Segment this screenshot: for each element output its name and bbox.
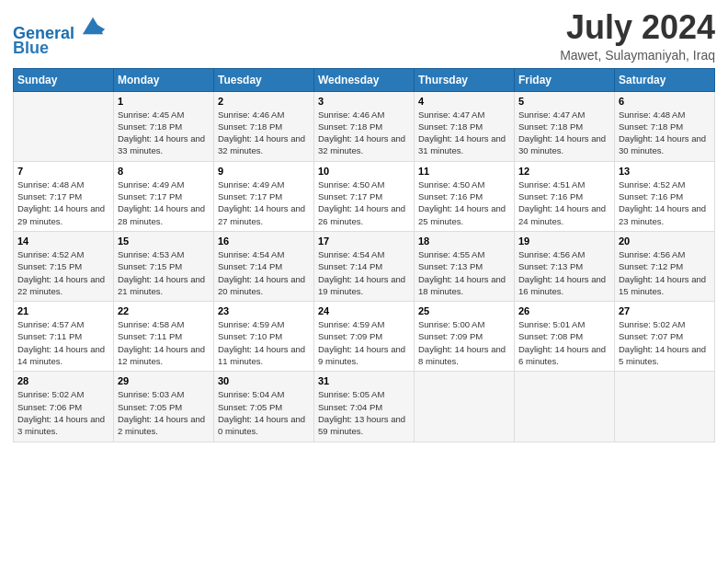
cell-info: Sunrise: 4:46 AMSunset: 7:18 PMDaylight:… [218,109,310,157]
day-number: 1 [118,96,210,107]
day-number: 14 [17,236,109,247]
calendar-week-row: 28Sunrise: 5:02 AMSunset: 7:06 PMDayligh… [14,372,715,442]
column-header-saturday: Saturday [615,68,715,91]
column-header-tuesday: Tuesday [214,68,314,91]
page-container: General Blue July 2024 Mawet, Sulaymaniy… [0,0,728,452]
cell-info: Sunrise: 4:52 AMSunset: 7:16 PMDaylight:… [619,178,711,227]
day-number: 20 [619,236,711,247]
logo-icon [81,13,107,39]
month-year: July 2024 [560,9,715,46]
day-number: 12 [518,166,610,177]
calendar-cell: 30Sunrise: 5:04 AMSunset: 7:05 PMDayligh… [214,372,314,442]
day-number: 15 [118,236,210,247]
calendar-cell: 24Sunrise: 4:59 AMSunset: 7:09 PMDayligh… [314,302,415,372]
calendar-cell: 7Sunrise: 4:48 AMSunset: 7:17 PMDaylight… [14,161,114,231]
day-number: 11 [418,166,510,177]
day-number: 6 [619,96,711,107]
cell-info: Sunrise: 4:47 AMSunset: 7:18 PMDaylight:… [418,109,510,157]
cell-info: Sunrise: 5:02 AMSunset: 7:06 PMDaylight:… [17,388,109,437]
calendar-cell: 19Sunrise: 4:56 AMSunset: 7:13 PMDayligh… [515,231,615,301]
day-number: 31 [318,375,410,386]
calendar-cell: 17Sunrise: 4:54 AMSunset: 7:14 PMDayligh… [314,231,415,301]
day-number: 22 [118,305,210,316]
cell-info: Sunrise: 4:45 AMSunset: 7:18 PMDaylight:… [118,109,210,157]
logo: General Blue [13,13,107,58]
cell-info: Sunrise: 5:01 AMSunset: 7:08 PMDaylight:… [518,318,610,367]
day-number: 4 [418,96,510,107]
cell-info: Sunrise: 4:48 AMSunset: 7:18 PMDaylight:… [619,109,711,157]
cell-info: Sunrise: 5:05 AMSunset: 7:04 PMDaylight:… [318,388,410,437]
cell-info: Sunrise: 4:46 AMSunset: 7:18 PMDaylight:… [318,109,410,157]
cell-info: Sunrise: 4:49 AMSunset: 7:17 PMDaylight:… [118,178,210,227]
calendar-week-row: 1Sunrise: 4:45 AMSunset: 7:18 PMDaylight… [14,91,715,161]
day-number: 7 [17,166,109,177]
page-header: General Blue July 2024 Mawet, Sulaymaniy… [13,9,715,63]
calendar-week-row: 21Sunrise: 4:57 AMSunset: 7:11 PMDayligh… [14,302,715,372]
calendar-cell: 13Sunrise: 4:52 AMSunset: 7:16 PMDayligh… [615,161,715,231]
cell-info: Sunrise: 4:48 AMSunset: 7:17 PMDaylight:… [17,178,109,227]
column-header-friday: Friday [515,68,615,91]
calendar-cell: 6Sunrise: 4:48 AMSunset: 7:18 PMDaylight… [615,91,715,161]
day-number: 2 [218,96,310,107]
calendar-table: SundayMondayTuesdayWednesdayThursdayFrid… [13,68,715,442]
cell-info: Sunrise: 4:58 AMSunset: 7:11 PMDaylight:… [118,318,210,367]
calendar-cell: 8Sunrise: 4:49 AMSunset: 7:17 PMDaylight… [114,161,214,231]
calendar-header-row: SundayMondayTuesdayWednesdayThursdayFrid… [14,68,715,91]
calendar-cell: 28Sunrise: 5:02 AMSunset: 7:06 PMDayligh… [14,372,114,442]
calendar-cell: 31Sunrise: 5:05 AMSunset: 7:04 PMDayligh… [314,372,415,442]
calendar-cell [515,372,615,442]
day-number: 10 [318,166,410,177]
calendar-cell: 23Sunrise: 4:59 AMSunset: 7:10 PMDayligh… [214,302,314,372]
calendar-cell: 3Sunrise: 4:46 AMSunset: 7:18 PMDaylight… [314,91,415,161]
calendar-cell: 22Sunrise: 4:58 AMSunset: 7:11 PMDayligh… [114,302,214,372]
calendar-cell: 1Sunrise: 4:45 AMSunset: 7:18 PMDaylight… [114,91,214,161]
calendar-cell: 21Sunrise: 4:57 AMSunset: 7:11 PMDayligh… [14,302,114,372]
calendar-week-row: 7Sunrise: 4:48 AMSunset: 7:17 PMDaylight… [14,161,715,231]
cell-info: Sunrise: 4:50 AMSunset: 7:16 PMDaylight:… [418,178,510,227]
cell-info: Sunrise: 4:47 AMSunset: 7:18 PMDaylight:… [518,109,610,157]
day-number: 30 [218,375,310,386]
calendar-cell: 20Sunrise: 4:56 AMSunset: 7:12 PMDayligh… [615,231,715,301]
day-number: 5 [518,96,610,107]
cell-info: Sunrise: 4:50 AMSunset: 7:17 PMDaylight:… [318,178,410,227]
cell-info: Sunrise: 4:52 AMSunset: 7:15 PMDaylight:… [17,248,109,297]
calendar-cell: 26Sunrise: 5:01 AMSunset: 7:08 PMDayligh… [515,302,615,372]
day-number: 19 [518,236,610,247]
calendar-cell: 11Sunrise: 4:50 AMSunset: 7:16 PMDayligh… [415,161,515,231]
cell-info: Sunrise: 4:59 AMSunset: 7:10 PMDaylight:… [218,318,310,367]
calendar-cell: 4Sunrise: 4:47 AMSunset: 7:18 PMDaylight… [415,91,515,161]
calendar-cell: 2Sunrise: 4:46 AMSunset: 7:18 PMDaylight… [214,91,314,161]
cell-info: Sunrise: 5:02 AMSunset: 7:07 PMDaylight:… [619,318,711,367]
day-number: 25 [418,305,510,316]
calendar-cell: 15Sunrise: 4:53 AMSunset: 7:15 PMDayligh… [114,231,214,301]
cell-info: Sunrise: 4:56 AMSunset: 7:13 PMDaylight:… [518,248,610,297]
calendar-cell: 18Sunrise: 4:55 AMSunset: 7:13 PMDayligh… [415,231,515,301]
day-number: 8 [118,166,210,177]
day-number: 27 [619,305,711,316]
calendar-cell: 10Sunrise: 4:50 AMSunset: 7:17 PMDayligh… [314,161,415,231]
title-block: July 2024 Mawet, Sulaymaniyah, Iraq [560,9,715,63]
day-number: 26 [518,305,610,316]
day-number: 13 [619,166,711,177]
calendar-cell: 14Sunrise: 4:52 AMSunset: 7:15 PMDayligh… [14,231,114,301]
day-number: 9 [218,166,310,177]
calendar-cell: 16Sunrise: 4:54 AMSunset: 7:14 PMDayligh… [214,231,314,301]
calendar-cell [14,91,114,161]
cell-info: Sunrise: 4:54 AMSunset: 7:14 PMDaylight:… [218,248,310,297]
calendar-cell: 25Sunrise: 5:00 AMSunset: 7:09 PMDayligh… [415,302,515,372]
calendar-week-row: 14Sunrise: 4:52 AMSunset: 7:15 PMDayligh… [14,231,715,301]
calendar-cell: 12Sunrise: 4:51 AMSunset: 7:16 PMDayligh… [515,161,615,231]
column-header-sunday: Sunday [14,68,114,91]
day-number: 24 [318,305,410,316]
cell-info: Sunrise: 4:54 AMSunset: 7:14 PMDaylight:… [318,248,410,297]
cell-info: Sunrise: 4:55 AMSunset: 7:13 PMDaylight:… [418,248,510,297]
cell-info: Sunrise: 4:59 AMSunset: 7:09 PMDaylight:… [318,318,410,367]
calendar-cell: 29Sunrise: 5:03 AMSunset: 7:05 PMDayligh… [114,372,214,442]
day-number: 16 [218,236,310,247]
cell-info: Sunrise: 5:00 AMSunset: 7:09 PMDaylight:… [418,318,510,367]
calendar-cell: 27Sunrise: 5:02 AMSunset: 7:07 PMDayligh… [615,302,715,372]
cell-info: Sunrise: 5:03 AMSunset: 7:05 PMDaylight:… [118,388,210,437]
cell-info: Sunrise: 4:56 AMSunset: 7:12 PMDaylight:… [619,248,711,297]
day-number: 29 [118,375,210,386]
location: Mawet, Sulaymaniyah, Iraq [560,48,715,63]
